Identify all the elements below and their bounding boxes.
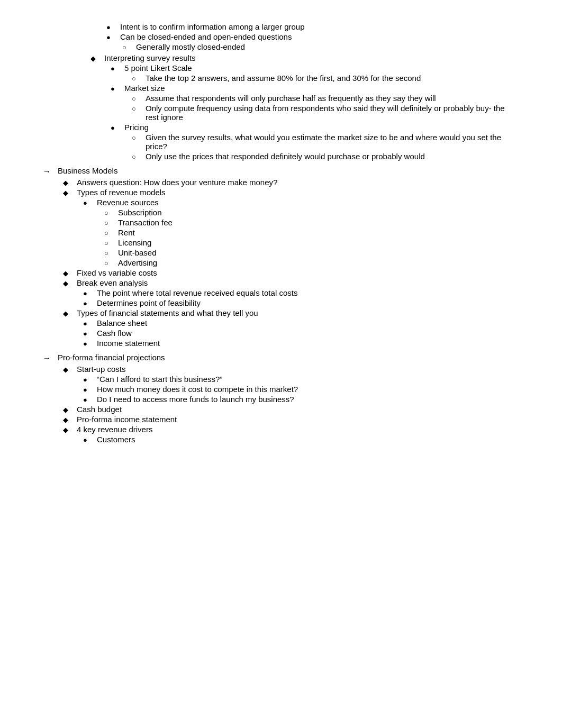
sc-access-funds: ● Do I need to access more funds to laun… [83, 395, 519, 404]
bullet-text: The point where total revenue received e… [97, 288, 297, 297]
bullet-circle-filled: ● [83, 289, 94, 297]
bullet-text: Determines point of feasibility [97, 298, 201, 307]
bullet-text: 5 point Likert Scale [124, 63, 192, 72]
be-feasibility: ● Determines point of feasibility [83, 298, 519, 307]
bullet-text: Transaction fee [118, 218, 173, 227]
fs-income-statement: ● Income statement [83, 339, 519, 348]
bm-fixed-variable: ◆ Fixed vs variable costs [63, 268, 519, 277]
section-title: Pro-forma financial projections [58, 353, 165, 362]
proforma-section: → Pro-forma financial projections ◆ Star… [43, 353, 519, 444]
bullet-circle-open: ○ [132, 153, 142, 161]
diamond-bullet: ◆ [63, 366, 74, 374]
bullet-text: 4 key revenue drivers [77, 425, 152, 434]
pf-income-statement: ◆ Pro-forma income statement [63, 415, 519, 424]
diamond-bullet: ◆ [63, 189, 74, 197]
pf-revenue-drivers: ◆ 4 key revenue drivers [63, 425, 519, 434]
bm-children: ◆ Answers question: How does your ventur… [63, 178, 519, 348]
bullet-text: Customers [97, 435, 135, 444]
bullet-text: Do I need to access more funds to launch… [97, 395, 294, 404]
bullet-text: Generally mostly closed-ended [136, 42, 245, 51]
pf-startup-costs: ◆ Start-up costs [63, 365, 519, 374]
sc-afford: ● “Can I afford to start this business?” [83, 375, 519, 384]
bullet-text: Income statement [97, 339, 160, 348]
bullet-text: Pricing [124, 123, 149, 132]
bullet-circle-filled: ● [83, 199, 94, 207]
bullet-circle-open: ○ [132, 95, 142, 103]
diamond-bullet: ◆ [63, 279, 74, 287]
bm-break-even: ◆ Break even analysis [63, 278, 519, 287]
bullet-circle-open: ○ [104, 259, 115, 267]
pf-children: ◆ Start-up costs ● “Can I afford to star… [63, 365, 519, 444]
bullet-text: Rent [118, 228, 135, 237]
bullet-circle-filled: ● [111, 124, 121, 132]
rd-customers: ● Customers [83, 435, 519, 444]
bullet-circle-filled: ● [111, 65, 121, 72]
bullet-text: Balance sheet [97, 319, 147, 327]
revenue-types-sub: ● Revenue sources ○ Subscription ○ Trans… [83, 198, 519, 267]
diamond-bullet: ◆ [63, 310, 74, 317]
bullet-text: “Can I afford to start this business?” [97, 375, 222, 384]
bullet-text: Answers question: How does your venture … [77, 178, 277, 187]
bullet-text: Pro-forma income statement [77, 415, 177, 424]
bullet-text: Break even analysis [77, 278, 148, 287]
diamond-bullet: ◆ [63, 406, 74, 414]
top-bullet-2: ● Can be closed-ended and open-ended que… [106, 32, 519, 41]
fs-cash-flow: ● Cash flow [83, 329, 519, 338]
break-even-sub: ● The point where total revenue received… [83, 288, 519, 307]
top-bullet-3: ○ Generally mostly closed-ended [122, 42, 519, 51]
bm-revenue-types-item: ◆ Types of revenue models [63, 188, 519, 197]
bullet-text: Only use the prices that responded defin… [146, 152, 425, 161]
bullet-text: Market size [124, 84, 165, 93]
arrow-bullet: → [43, 167, 55, 176]
interpreting-section: ◆ Interpreting survey results ● 5 point … [90, 53, 519, 161]
bullet-text: Only compute frequency using data from r… [146, 104, 519, 122]
bullet-circle-filled: ● [83, 386, 94, 394]
bullet-text: Advertising [118, 258, 157, 267]
diamond-bullet: ◆ [63, 416, 74, 424]
bullet-text: Types of financial statements and what t… [77, 308, 258, 317]
document-content: ● Intent is to confirm information among… [43, 22, 519, 444]
bullet-text: Unit-based [118, 248, 157, 257]
bullet-text: Given the survey results, what would you… [146, 133, 519, 151]
bullet-text: Can be closed-ended and open-ended quest… [120, 32, 292, 41]
bullet-circle-open: ○ [104, 239, 115, 247]
revenue-sources-item: ● Revenue sources [83, 198, 519, 207]
bullet-text: Fixed vs variable costs [77, 268, 157, 277]
bullet-circle-filled: ● [106, 23, 117, 31]
bullet-circle-filled: ● [111, 85, 121, 93]
fs-balance-sheet: ● Balance sheet [83, 319, 519, 327]
likert-item: ● 5 point Likert Scale ○ Take the top 2 … [111, 63, 519, 83]
interpreting-label: Interpreting survey results [104, 53, 196, 62]
bullet-circle-filled: ● [83, 396, 94, 404]
bullet-circle-open: ○ [132, 105, 142, 113]
diamond-bullet: ◆ [63, 269, 74, 277]
bullet-text: Intent is to confirm information among a… [120, 22, 305, 31]
sub-unit-based: ○ Unit-based [104, 248, 519, 257]
revenue-drivers-sub: ● Customers [83, 435, 519, 444]
bullet-text: Take the top 2 answers, and assume 80% f… [146, 74, 421, 83]
bullet-circle-open: ○ [104, 229, 115, 237]
bm-answers-item: ◆ Answers question: How does your ventur… [63, 178, 519, 187]
sc-cost-compete: ● How much money does it cost to compete… [83, 385, 519, 394]
market-size-item: ● Market size ○ Assume that respondents … [111, 84, 519, 122]
bullet-circle-open: ○ [104, 209, 115, 217]
pricing-item: ● Pricing ○ Given the survey results, wh… [111, 123, 519, 161]
bullet-circle-filled: ● [106, 33, 117, 41]
revenue-sources-sub: ○ Subscription ○ Transaction fee ○ Rent … [104, 208, 519, 267]
top-bullet-1: ● Intent is to confirm information among… [106, 22, 519, 31]
likert-sub: ○ Take the top 2 answers, and assume 80%… [132, 74, 519, 83]
bullet-text: Revenue sources [97, 198, 159, 207]
bullet-text: Cash budget [77, 405, 122, 414]
bullet-circle-open: ○ [132, 75, 142, 83]
bullet-circle-open: ○ [132, 134, 142, 142]
bm-financial-statements: ◆ Types of financial statements and what… [63, 308, 519, 317]
bullet-text: Assume that respondents will only purcha… [146, 94, 436, 103]
sub-transaction-fee: ○ Transaction fee [104, 218, 519, 227]
financial-statements-sub: ● Balance sheet ● Cash flow ● Income sta… [83, 319, 519, 348]
bullet-text: Subscription [118, 208, 162, 217]
diamond-bullet: ◆ [63, 426, 74, 434]
section-title: Business Models [58, 166, 117, 175]
bullet-circle-filled: ● [83, 436, 94, 444]
bullet-circle-open: ○ [104, 249, 115, 257]
bullet-text: Start-up costs [77, 365, 126, 374]
